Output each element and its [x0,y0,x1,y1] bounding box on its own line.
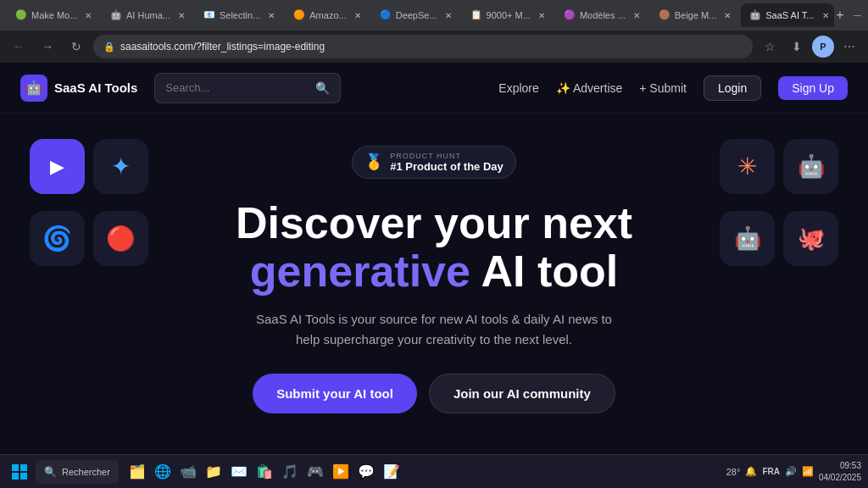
tab-5[interactable]: 🔵 DeepSe... ✕ [371,3,460,27]
taskbar-app-store[interactable]: 🛍️ [253,460,276,484]
volume-icon[interactable]: 🔊 [785,466,797,477]
new-tab-button[interactable]: + [836,4,843,26]
logo[interactable]: 🤖 SaaS AI Tools [20,75,137,102]
search-input[interactable] [165,81,309,94]
tab-4[interactable]: 🟠 Amazo... ✕ [285,3,369,27]
network-icon[interactable]: 📶 [802,466,814,477]
settings-button[interactable]: ⋯ [837,35,861,58]
tab-3-favicon: 📧 [203,9,215,21]
tab-7-favicon: 🟣 [564,9,576,21]
tab-5-label: DeepSe... [396,10,437,20]
float-icon-chatgpt: 🤖 [720,211,775,266]
tab-3[interactable]: 📧 Selectin... ✕ [195,3,283,27]
taskbar-search-box[interactable]: 🔍 Rechercher [36,460,119,484]
tab-bar: 🟢 Make Mo... ✕ 🤖 AI Huma... ✕ 📧 Selectin… [0,0,868,30]
login-button[interactable]: Login [704,75,761,101]
taskbar-app-music[interactable]: 🎵 [278,460,302,484]
svg-rect-3 [20,473,27,480]
tab-8-favicon: 🟤 [659,9,670,21]
nav-explore[interactable]: Explore [498,81,538,95]
browser-toolbar: ← → ↻ 🔒 saasaitools.com/?filter_listings… [0,30,868,63]
tab-9-close[interactable]: ✕ [822,11,829,20]
float-icon-red-circle: 🔴 [93,211,148,266]
hero-heading-line1: Discover your next [236,198,632,247]
nav-links: Explore ✨ Advertise + Submit Login Sign … [498,75,848,101]
reload-button[interactable]: ↻ [64,35,88,58]
taskbar-clock: 09:53 04/02/2025 [819,460,861,484]
taskbar-app-meet[interactable]: 📹 [176,460,200,484]
ph-badge: 🥇 PRODUCT HUNT #1 Product of the Day [352,146,516,179]
float-icon-asterisk: ✳ [720,139,775,194]
submit-tool-button[interactable]: Submit your AI tool [253,374,417,413]
tab-2-favicon: 🤖 [110,9,122,21]
taskbar-app-mail[interactable]: ✉️ [227,460,251,484]
tab-5-close[interactable]: ✕ [445,11,452,20]
taskbar-app-word[interactable]: 📝 [380,460,403,484]
svg-rect-0 [12,464,19,471]
tab-9-label: SaaS AI T... [765,10,814,20]
start-button[interactable] [7,459,32,485]
tab-2-close[interactable]: ✕ [178,11,185,20]
tab-9-favicon: 🤖 [749,9,761,21]
taskbar-app-edge[interactable]: 🌐 [151,460,175,484]
browser-chrome: 🟢 Make Mo... ✕ 🤖 AI Huma... ✕ 📧 Selectin… [0,0,868,63]
tab-4-label: Amazo... [309,10,346,20]
download-button[interactable]: ⬇ [785,35,809,58]
tab-8[interactable]: 🟤 Beige M... ✕ [650,3,740,27]
ph-title: #1 Product of the Day [390,160,504,173]
tab-6[interactable]: 📋 9000+ M... ✕ [462,3,554,27]
tab-5-favicon: 🔵 [380,9,392,21]
notification-icon[interactable]: 🔔 [745,466,757,477]
navbar: 🤖 SaaS AI Tools 🔍 Explore ✨ Advertise + … [0,63,868,114]
address-bar[interactable]: 🔒 saasaitools.com/?filter_listings=image… [93,35,753,58]
logo-text: SaaS AI Tools [54,80,137,95]
toolbar-actions: ☆ ⬇ P ⋯ [758,35,861,58]
language-indicator: FRA [762,467,780,476]
float-icon-scribe: 🌀 [30,211,85,266]
join-community-button[interactable]: Join our AI community [429,374,615,413]
website-content: 🤖 SaaS AI Tools 🔍 Explore ✨ Advertise + … [0,63,868,454]
clock-date: 04/02/2025 [819,472,861,484]
tab-7[interactable]: 🟣 Modèles ... ✕ [555,3,648,27]
tab-2[interactable]: 🤖 AI Huma... ✕ [102,3,193,27]
profile-button[interactable]: P [812,36,834,58]
taskbar-app-files[interactable]: 📁 [202,460,225,484]
ph-text: PRODUCT HUNT #1 Product of the Day [390,152,504,173]
windows-logo-icon [11,463,28,480]
hero-heading-rest: AI tool [470,247,618,296]
float-icon-sparkle: ✦ [93,139,148,194]
tab-1[interactable]: 🟢 Make Mo... ✕ [7,3,100,27]
tab-7-close[interactable]: ✕ [633,11,640,20]
hero-heading: Discover your next generative AI tool [236,199,632,296]
tab-3-label: Selectin... [220,10,260,20]
back-button[interactable]: ← [7,35,31,58]
taskbar-search-label: Rechercher [62,467,110,477]
taskbar-app-chat[interactable]: 💬 [354,460,378,484]
lock-icon: 🔒 [103,42,115,53]
tab-8-close[interactable]: ✕ [724,11,731,20]
tab-1-close[interactable]: ✕ [85,11,92,20]
tab-6-favicon: 📋 [470,9,482,21]
taskbar-app-youtube[interactable]: ▶️ [329,460,353,484]
hero-subtext: SaaS AI Tools is your source for new AI … [256,309,612,350]
hero-section: ▶ ✦ 🌀 🔴 ✳ 🤖 🤖 🐙 [0,114,868,454]
tab-6-label: 9000+ M... [487,10,531,20]
taskbar-app-game[interactable]: 🎮 [303,460,327,484]
signup-button[interactable]: Sign Up [778,76,848,100]
tab-3-close[interactable]: ✕ [268,11,275,20]
bookmark-star-button[interactable]: ☆ [758,35,782,58]
forward-button[interactable]: → [36,35,59,58]
minimize-button[interactable]: ─ [846,3,868,27]
hero-buttons: Submit your AI tool Join our AI communit… [253,374,615,413]
svg-rect-2 [12,473,19,480]
search-bar[interactable]: 🔍 [154,73,341,103]
taskbar-app-explorer[interactable]: 🗂️ [125,460,149,484]
tab-6-close[interactable]: ✕ [538,11,545,20]
tab-9-active[interactable]: 🤖 SaaS AI T... ✕ [741,3,834,27]
clock-time: 09:53 [819,460,861,472]
nav-advertise[interactable]: ✨ Advertise [556,81,622,95]
tab-4-favicon: 🟠 [293,9,305,21]
tab-1-label: Make Mo... [31,10,77,20]
nav-submit[interactable]: + Submit [639,81,687,95]
tab-4-close[interactable]: ✕ [354,11,361,20]
